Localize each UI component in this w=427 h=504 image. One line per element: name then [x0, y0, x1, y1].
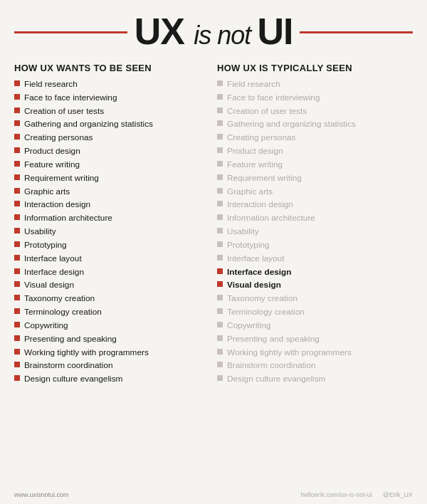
- bullet-icon: [14, 335, 20, 341]
- right-list-item: Working tightly with programmers: [217, 347, 413, 358]
- left-list-item: Design culture evangelism: [14, 374, 210, 384]
- right-list-item: Brainstorm coordination: [217, 360, 413, 371]
- list-item-text: Interface design: [227, 267, 291, 278]
- bullet-icon: [217, 349, 223, 355]
- bullet-icon: [14, 228, 20, 233]
- list-item-text: Usability: [24, 226, 56, 237]
- bullet-icon: [217, 214, 223, 220]
- left-list-item: Usability: [14, 226, 210, 237]
- list-item-text: Face to face interviewing: [227, 93, 320, 103]
- list-item-text: Product design: [24, 146, 80, 157]
- bullet-icon: [217, 268, 223, 274]
- bullet-icon: [217, 107, 223, 113]
- right-list-item: Interface layout: [217, 253, 413, 264]
- right-column: HOW UX IS TYPICALLY SEEN Field researchF…: [217, 63, 413, 487]
- list-item-text: Requirement writing: [24, 173, 99, 184]
- bullet-icon: [14, 375, 20, 381]
- bullet-icon: [14, 107, 20, 113]
- footer-attribution: helloerik.com/ux-is-not-ui @Erik_UX: [301, 491, 413, 498]
- page-container: UX is not UI HOW UX WANTS TO BE SEEN Fie…: [0, 0, 427, 504]
- bullet-icon: [217, 335, 223, 341]
- list-item-text: Working tightly with programmers: [24, 347, 149, 358]
- bullet-icon: [14, 349, 20, 355]
- list-item-text: Terminology creation: [24, 307, 102, 317]
- right-list-item: Terminology creation: [217, 307, 413, 317]
- right-list-item: Prototyping: [217, 240, 413, 251]
- list-item-text: Creating personas: [227, 132, 295, 143]
- title-isnot: is not: [194, 21, 257, 50]
- list-item-text: Graphic arts: [24, 187, 70, 197]
- list-item-text: Presenting and speaking: [227, 334, 320, 345]
- bullet-icon: [14, 120, 20, 126]
- bullet-icon: [217, 188, 223, 194]
- bullet-icon: [14, 147, 20, 153]
- list-item-text: Feature writing: [227, 159, 283, 170]
- footer-attribution2: @Erik_UX: [383, 491, 413, 498]
- bullet-icon: [217, 362, 223, 367]
- bullet-icon: [217, 147, 223, 153]
- left-list-item: Brainstorm coordination: [14, 360, 210, 371]
- left-list-item: Feature writing: [14, 159, 210, 170]
- left-list-item: Face to face interviewing: [14, 93, 210, 103]
- bullet-icon: [14, 255, 20, 261]
- main-title: UX is not UI: [135, 13, 293, 50]
- left-list-item: Visual design: [14, 280, 210, 290]
- main-columns: HOW UX WANTS TO BE SEEN Field researchFa…: [0, 57, 427, 487]
- list-item-text: Graphic arts: [227, 187, 273, 197]
- list-item-text: Visual design: [24, 280, 74, 290]
- list-item-text: Field research: [227, 79, 280, 90]
- bullet-icon: [14, 161, 20, 167]
- bullet-icon: [14, 295, 20, 300]
- list-item-text: Brainstorm coordination: [24, 360, 113, 371]
- right-list-item: Graphic arts: [217, 187, 413, 197]
- right-list-item: Field research: [217, 79, 413, 90]
- footer-website: www.uxisnotui.com: [14, 491, 69, 498]
- list-item-text: Taxonomy creation: [24, 293, 95, 304]
- list-item-text: Interface layout: [24, 253, 82, 264]
- right-list-item: Presenting and speaking: [217, 334, 413, 345]
- left-list-item: Presenting and speaking: [14, 334, 210, 345]
- right-list-item: Feature writing: [217, 159, 413, 170]
- bullet-icon: [14, 214, 20, 220]
- footer-attribution1: helloerik.com/ux-is-not-ui: [301, 491, 372, 498]
- list-item-text: Taxonomy creation: [227, 293, 297, 304]
- list-item-text: Usability: [227, 226, 259, 237]
- left-column: HOW UX WANTS TO BE SEEN Field researchFa…: [14, 63, 210, 487]
- left-list-item: Interface design: [14, 267, 210, 278]
- bullet-icon: [217, 308, 223, 314]
- right-list-item: Requirement writing: [217, 173, 413, 184]
- list-item-text: Brainstorm coordination: [227, 360, 316, 371]
- list-item-text: Interaction design: [24, 199, 90, 210]
- bullet-icon: [14, 80, 20, 86]
- list-item-text: Copywriting: [24, 320, 68, 331]
- list-item-text: Visual design: [227, 280, 281, 290]
- left-list-item: Interaction design: [14, 199, 210, 210]
- list-item-text: Feature writing: [24, 159, 80, 170]
- right-list-item: Creation of user tests: [217, 106, 413, 117]
- bullet-icon: [14, 188, 20, 194]
- bullet-icon: [217, 295, 223, 300]
- list-item-text: Terminology creation: [227, 307, 305, 317]
- bullet-icon: [217, 228, 223, 233]
- bullet-icon: [14, 174, 20, 180]
- list-item-text: Information architecture: [227, 213, 315, 224]
- bullet-icon: [14, 94, 20, 100]
- bullet-icon: [217, 322, 223, 327]
- bullet-icon: [14, 201, 20, 206]
- left-list-item: Information architecture: [14, 213, 210, 224]
- left-list-item: Taxonomy creation: [14, 293, 210, 304]
- left-list-item: Prototyping: [14, 240, 210, 251]
- header: UX is not UI: [0, 0, 427, 57]
- list-item-text: Creation of user tests: [227, 106, 307, 117]
- right-list-item: Interaction design: [217, 199, 413, 210]
- bullet-icon: [14, 281, 20, 287]
- list-item-text: Presenting and speaking: [24, 334, 117, 345]
- bullet-icon: [217, 161, 223, 167]
- list-item-text: Interaction design: [227, 199, 293, 210]
- right-list-item: Taxonomy creation: [217, 293, 413, 304]
- list-item-text: Creation of user tests: [24, 106, 104, 117]
- bullet-icon: [217, 174, 223, 180]
- bullet-icon: [217, 120, 223, 126]
- right-list: Field researchFace to face interviewingC…: [217, 79, 413, 385]
- list-item-text: Prototyping: [227, 240, 270, 251]
